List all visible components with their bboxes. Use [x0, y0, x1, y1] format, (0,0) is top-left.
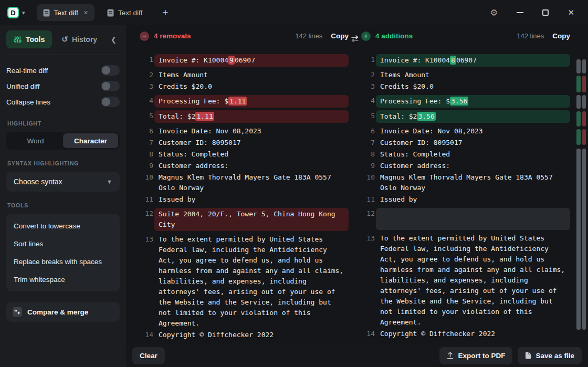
tab-history[interactable]: ↺ History — [61, 35, 97, 44]
highlight-option-word[interactable]: Word — [8, 133, 63, 148]
toggle-switch[interactable] — [101, 81, 120, 91]
diff-line-13: 13To the extent permitted by United Stat… — [140, 234, 349, 329]
save-file-button[interactable]: Save as file — [518, 347, 582, 364]
diff-line-2: 2Items Amount — [361, 69, 570, 81]
line-number: 4 — [140, 95, 153, 107]
left-pane-body[interactable]: 1Invoice #: K100049069072Items Amount3Cr… — [140, 47, 349, 341]
minimap-right-bar — [582, 59, 586, 74]
line-number: 11 — [361, 194, 375, 205]
diff-line-6: 6Invoice Date: Nov 08,2023 — [361, 125, 570, 137]
line-number: 3 — [140, 81, 153, 92]
clear-button[interactable]: Clear — [132, 347, 165, 364]
diffchecker-logo: D — [7, 7, 19, 18]
line-text: Customer address: — [154, 160, 349, 172]
line-number: 7 — [140, 137, 153, 149]
minimap-change-marker[interactable] — [576, 111, 586, 127]
left-copy-button[interactable]: Copy — [331, 32, 349, 40]
swap-arrows-icon[interactable] — [350, 35, 360, 43]
tool-sort-lines[interactable]: Sort lines — [6, 235, 120, 253]
additions-summary: 4 additions — [375, 32, 413, 40]
minimap-right-bar — [582, 149, 586, 330]
app-menu[interactable]: D ▾ — [7, 7, 25, 18]
tools-section-label: TOOLS — [7, 202, 119, 208]
diff-line-8: 8Status: Completed — [140, 149, 349, 160]
line-number: 12 — [140, 208, 153, 219]
tab-close-icon[interactable]: ✕ — [83, 9, 88, 16]
tool-replace-breaks-with-spaces[interactable]: Replace breaks with spaces — [6, 253, 120, 270]
minimap-left-bar — [576, 76, 581, 92]
minimap-right-bar — [582, 76, 586, 92]
tool-convert-to-lowercase[interactable]: Convert to lowercase — [6, 217, 120, 235]
line-text: Invoice #: K10004906907 — [154, 54, 349, 67]
line-number: 9 — [361, 160, 375, 172]
minimap-region[interactable] — [576, 59, 586, 74]
line-number: 6 — [361, 125, 375, 137]
title-bar: D ▾ Text diff✕Text diff + ⚙ ✕ — [0, 0, 588, 25]
diff-line-2: 2Items Amount — [140, 69, 349, 81]
removals-minus-icon: − — [140, 32, 149, 41]
toggle-switch[interactable] — [101, 65, 120, 76]
toggle-switch[interactable] — [101, 97, 120, 107]
sliders-icon — [14, 36, 22, 44]
highlight-option-character[interactable]: Character — [63, 133, 118, 148]
minimap-left-bar — [576, 111, 581, 127]
minimap-right-bar — [582, 111, 586, 127]
right-pane-header: + 4 additions 142 lines Copy — [361, 25, 570, 47]
line-number: 11 — [140, 194, 153, 205]
settings-gear-icon[interactable]: ⚙ — [490, 7, 498, 18]
tab-2-text-diff[interactable]: Text diff — [101, 4, 149, 21]
choose-syntax-dropdown[interactable]: Choose syntax ▼ — [6, 172, 120, 192]
line-number: 10 — [140, 172, 153, 183]
tab-1-text-diff[interactable]: Text diff✕ — [37, 4, 95, 21]
maximize-icon[interactable] — [542, 9, 549, 16]
line-number: 5 — [361, 110, 375, 122]
line-text: Magnus Klem Thorvald Mayers Gate 183A 05… — [154, 172, 349, 194]
line-text: Total: $21.11 — [154, 110, 349, 123]
line-text: Credits $20.0 — [376, 81, 570, 92]
diff-line-12: 12 — [361, 208, 570, 230]
minimap-left-bar — [576, 149, 581, 330]
char-diff-highlight: 3.56 — [417, 112, 435, 121]
line-text: Copyright © Diffchecker 2022 — [154, 329, 349, 341]
diff-area: − 4 removals 142 lines Copy 1Invoice #: … — [126, 25, 588, 367]
close-icon[interactable]: ✕ — [568, 8, 574, 17]
minimap-region[interactable] — [576, 95, 586, 109]
minimize-icon[interactable] — [517, 12, 523, 13]
diff-line-7: 7Customer ID: 8095017 — [361, 137, 570, 149]
tool-trim-whitespace[interactable]: Trim whitespace — [6, 270, 120, 288]
tab-tools[interactable]: Tools — [6, 30, 52, 48]
highlight-section-label: HIGHLIGHT — [7, 120, 119, 127]
line-text: Invoice Date: Nov 08,2023 — [376, 125, 570, 137]
toggle-row-real-time-diff: Real-time diff — [6, 62, 120, 78]
footer-bar: Clear Export to PDF Save as file — [126, 344, 588, 367]
diff-line-7: 7Customer ID: 8095017 — [140, 137, 349, 149]
right-pane-body[interactable]: 1Invoice #: K100048069072Items Amount3Cr… — [361, 47, 570, 340]
line-number: 14 — [361, 328, 375, 340]
diff-minimap-scrollbar[interactable] — [576, 55, 586, 360]
document-icon — [43, 9, 50, 17]
toggle-list: Real-time diffUnified diffCollapse lines — [6, 62, 120, 110]
minimap-region[interactable] — [576, 149, 586, 330]
export-pdf-button[interactable]: Export to PDF — [439, 347, 512, 364]
minimap-change-marker[interactable] — [576, 129, 586, 145]
line-text: To the extent permitted by United States… — [376, 233, 570, 328]
minimap-left-bar — [576, 59, 581, 74]
right-copy-button[interactable]: Copy — [552, 32, 570, 40]
sidebar-divider — [6, 55, 120, 55]
line-number: 4 — [361, 95, 375, 107]
new-tab-button[interactable]: + — [162, 7, 168, 18]
syntax-section-label: SYNTAX HIGHLIGHTING — [7, 160, 119, 166]
compare-merge-button[interactable]: Compare & merge — [6, 302, 120, 322]
line-number: 8 — [140, 149, 153, 160]
compare-merge-label: Compare & merge — [27, 308, 88, 316]
diff-line-8: 8Status: Completed — [361, 149, 570, 160]
diff-line-6: 6Invoice Date: Nov 08,2023 — [140, 125, 349, 137]
char-diff-highlight: 9 — [228, 56, 235, 65]
sidebar: Tools ↺ History ❮ Real-time diffUnified … — [0, 25, 126, 367]
collapse-sidebar-icon[interactable]: ❮ — [108, 36, 120, 44]
minimap-change-marker[interactable] — [576, 76, 586, 92]
toggle-knob — [102, 98, 110, 106]
minimap-left-bar — [576, 129, 581, 145]
empty-line-placeholder — [376, 208, 570, 230]
toggle-label: Unified diff — [6, 82, 40, 90]
